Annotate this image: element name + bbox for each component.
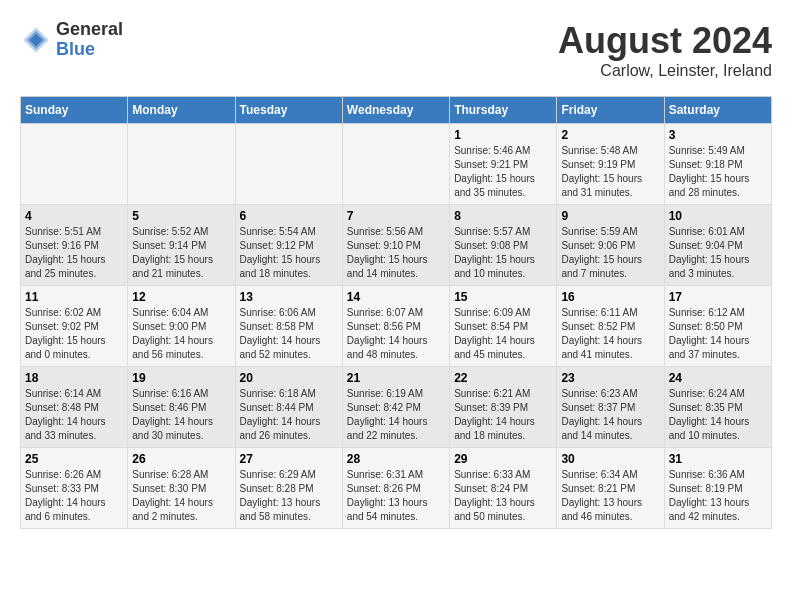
calendar-day-cell: 17Sunrise: 6:12 AM Sunset: 8:50 PM Dayli… xyxy=(664,286,771,367)
calendar-day-cell: 15Sunrise: 6:09 AM Sunset: 8:54 PM Dayli… xyxy=(450,286,557,367)
day-number: 23 xyxy=(561,371,659,385)
page-header: General Blue August 2024 Carlow, Leinste… xyxy=(20,20,772,80)
day-info: Sunrise: 6:18 AM Sunset: 8:44 PM Dayligh… xyxy=(240,387,338,443)
day-number: 26 xyxy=(132,452,230,466)
calendar-day-cell: 31Sunrise: 6:36 AM Sunset: 8:19 PM Dayli… xyxy=(664,448,771,529)
calendar-day-cell: 28Sunrise: 6:31 AM Sunset: 8:26 PM Dayli… xyxy=(342,448,449,529)
calendar-day-cell: 16Sunrise: 6:11 AM Sunset: 8:52 PM Dayli… xyxy=(557,286,664,367)
subtitle: Carlow, Leinster, Ireland xyxy=(558,62,772,80)
calendar-day-cell: 21Sunrise: 6:19 AM Sunset: 8:42 PM Dayli… xyxy=(342,367,449,448)
day-number: 3 xyxy=(669,128,767,142)
day-info: Sunrise: 6:04 AM Sunset: 9:00 PM Dayligh… xyxy=(132,306,230,362)
calendar-day-cell: 8Sunrise: 5:57 AM Sunset: 9:08 PM Daylig… xyxy=(450,205,557,286)
weekday-header-row: SundayMondayTuesdayWednesdayThursdayFrid… xyxy=(21,97,772,124)
calendar-week-row: 4Sunrise: 5:51 AM Sunset: 9:16 PM Daylig… xyxy=(21,205,772,286)
calendar-day-cell: 10Sunrise: 6:01 AM Sunset: 9:04 PM Dayli… xyxy=(664,205,771,286)
day-number: 29 xyxy=(454,452,552,466)
main-title: August 2024 xyxy=(558,20,772,62)
day-number: 20 xyxy=(240,371,338,385)
day-number: 2 xyxy=(561,128,659,142)
calendar-day-cell: 26Sunrise: 6:28 AM Sunset: 8:30 PM Dayli… xyxy=(128,448,235,529)
day-number: 30 xyxy=(561,452,659,466)
day-number: 19 xyxy=(132,371,230,385)
day-info: Sunrise: 6:29 AM Sunset: 8:28 PM Dayligh… xyxy=(240,468,338,524)
day-info: Sunrise: 6:09 AM Sunset: 8:54 PM Dayligh… xyxy=(454,306,552,362)
calendar-day-cell: 1Sunrise: 5:46 AM Sunset: 9:21 PM Daylig… xyxy=(450,124,557,205)
calendar-day-cell: 24Sunrise: 6:24 AM Sunset: 8:35 PM Dayli… xyxy=(664,367,771,448)
day-info: Sunrise: 5:59 AM Sunset: 9:06 PM Dayligh… xyxy=(561,225,659,281)
day-info: Sunrise: 6:33 AM Sunset: 8:24 PM Dayligh… xyxy=(454,468,552,524)
day-number: 6 xyxy=(240,209,338,223)
day-info: Sunrise: 6:11 AM Sunset: 8:52 PM Dayligh… xyxy=(561,306,659,362)
day-info: Sunrise: 5:57 AM Sunset: 9:08 PM Dayligh… xyxy=(454,225,552,281)
calendar-day-cell: 23Sunrise: 6:23 AM Sunset: 8:37 PM Dayli… xyxy=(557,367,664,448)
calendar-day-cell: 25Sunrise: 6:26 AM Sunset: 8:33 PM Dayli… xyxy=(21,448,128,529)
title-block: August 2024 Carlow, Leinster, Ireland xyxy=(558,20,772,80)
day-info: Sunrise: 6:01 AM Sunset: 9:04 PM Dayligh… xyxy=(669,225,767,281)
day-number: 8 xyxy=(454,209,552,223)
calendar-week-row: 25Sunrise: 6:26 AM Sunset: 8:33 PM Dayli… xyxy=(21,448,772,529)
calendar-day-cell: 19Sunrise: 6:16 AM Sunset: 8:46 PM Dayli… xyxy=(128,367,235,448)
logo: General Blue xyxy=(20,20,123,60)
day-info: Sunrise: 6:16 AM Sunset: 8:46 PM Dayligh… xyxy=(132,387,230,443)
day-number: 10 xyxy=(669,209,767,223)
day-number: 9 xyxy=(561,209,659,223)
weekday-header: Friday xyxy=(557,97,664,124)
calendar-week-row: 11Sunrise: 6:02 AM Sunset: 9:02 PM Dayli… xyxy=(21,286,772,367)
day-number: 14 xyxy=(347,290,445,304)
day-number: 17 xyxy=(669,290,767,304)
day-info: Sunrise: 6:14 AM Sunset: 8:48 PM Dayligh… xyxy=(25,387,123,443)
weekday-header: Tuesday xyxy=(235,97,342,124)
calendar-day-cell: 18Sunrise: 6:14 AM Sunset: 8:48 PM Dayli… xyxy=(21,367,128,448)
day-number: 21 xyxy=(347,371,445,385)
day-info: Sunrise: 6:36 AM Sunset: 8:19 PM Dayligh… xyxy=(669,468,767,524)
calendar-day-cell: 3Sunrise: 5:49 AM Sunset: 9:18 PM Daylig… xyxy=(664,124,771,205)
day-info: Sunrise: 5:52 AM Sunset: 9:14 PM Dayligh… xyxy=(132,225,230,281)
calendar-day-cell: 12Sunrise: 6:04 AM Sunset: 9:00 PM Dayli… xyxy=(128,286,235,367)
calendar-day-cell: 7Sunrise: 5:56 AM Sunset: 9:10 PM Daylig… xyxy=(342,205,449,286)
day-info: Sunrise: 6:34 AM Sunset: 8:21 PM Dayligh… xyxy=(561,468,659,524)
day-number: 25 xyxy=(25,452,123,466)
calendar-week-row: 18Sunrise: 6:14 AM Sunset: 8:48 PM Dayli… xyxy=(21,367,772,448)
calendar-day-cell: 30Sunrise: 6:34 AM Sunset: 8:21 PM Dayli… xyxy=(557,448,664,529)
calendar-day-cell xyxy=(235,124,342,205)
day-info: Sunrise: 5:51 AM Sunset: 9:16 PM Dayligh… xyxy=(25,225,123,281)
weekday-header: Wednesday xyxy=(342,97,449,124)
weekday-header: Monday xyxy=(128,97,235,124)
logo-general: General xyxy=(56,20,123,40)
day-info: Sunrise: 5:48 AM Sunset: 9:19 PM Dayligh… xyxy=(561,144,659,200)
day-number: 5 xyxy=(132,209,230,223)
calendar-day-cell: 14Sunrise: 6:07 AM Sunset: 8:56 PM Dayli… xyxy=(342,286,449,367)
day-number: 1 xyxy=(454,128,552,142)
logo-icon xyxy=(20,24,52,56)
calendar-day-cell: 5Sunrise: 5:52 AM Sunset: 9:14 PM Daylig… xyxy=(128,205,235,286)
calendar-day-cell: 20Sunrise: 6:18 AM Sunset: 8:44 PM Dayli… xyxy=(235,367,342,448)
logo-text: General Blue xyxy=(56,20,123,60)
day-info: Sunrise: 5:49 AM Sunset: 9:18 PM Dayligh… xyxy=(669,144,767,200)
day-info: Sunrise: 6:23 AM Sunset: 8:37 PM Dayligh… xyxy=(561,387,659,443)
day-number: 7 xyxy=(347,209,445,223)
calendar-table: SundayMondayTuesdayWednesdayThursdayFrid… xyxy=(20,96,772,529)
day-info: Sunrise: 6:26 AM Sunset: 8:33 PM Dayligh… xyxy=(25,468,123,524)
day-info: Sunrise: 5:54 AM Sunset: 9:12 PM Dayligh… xyxy=(240,225,338,281)
day-number: 13 xyxy=(240,290,338,304)
calendar-day-cell xyxy=(342,124,449,205)
calendar-day-cell: 2Sunrise: 5:48 AM Sunset: 9:19 PM Daylig… xyxy=(557,124,664,205)
weekday-header: Thursday xyxy=(450,97,557,124)
weekday-header: Saturday xyxy=(664,97,771,124)
calendar-day-cell: 29Sunrise: 6:33 AM Sunset: 8:24 PM Dayli… xyxy=(450,448,557,529)
day-number: 27 xyxy=(240,452,338,466)
day-number: 12 xyxy=(132,290,230,304)
day-number: 28 xyxy=(347,452,445,466)
day-info: Sunrise: 5:46 AM Sunset: 9:21 PM Dayligh… xyxy=(454,144,552,200)
day-info: Sunrise: 6:12 AM Sunset: 8:50 PM Dayligh… xyxy=(669,306,767,362)
day-info: Sunrise: 6:24 AM Sunset: 8:35 PM Dayligh… xyxy=(669,387,767,443)
day-info: Sunrise: 6:21 AM Sunset: 8:39 PM Dayligh… xyxy=(454,387,552,443)
calendar-day-cell xyxy=(21,124,128,205)
calendar-day-cell: 22Sunrise: 6:21 AM Sunset: 8:39 PM Dayli… xyxy=(450,367,557,448)
logo-blue: Blue xyxy=(56,40,123,60)
calendar-day-cell xyxy=(128,124,235,205)
day-number: 4 xyxy=(25,209,123,223)
day-number: 24 xyxy=(669,371,767,385)
day-info: Sunrise: 6:02 AM Sunset: 9:02 PM Dayligh… xyxy=(25,306,123,362)
